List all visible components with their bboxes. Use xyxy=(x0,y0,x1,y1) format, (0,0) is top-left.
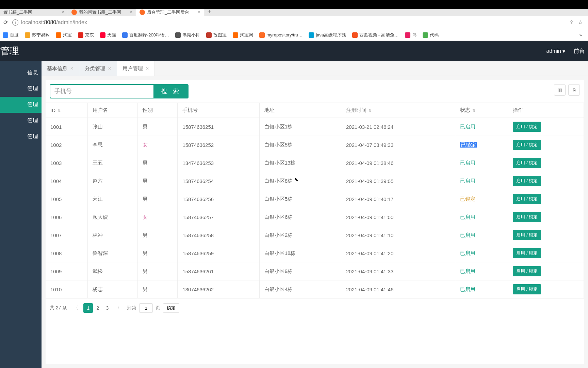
bookmark-item[interactable]: 苏宁易购 xyxy=(25,32,50,38)
toggle-lock-button[interactable]: 启用 / 锁定 xyxy=(513,122,541,132)
bookmark-icon xyxy=(25,32,30,38)
cell: 13074636262 xyxy=(178,280,259,298)
bookmark-item[interactable]: 改图宝 xyxy=(206,32,227,38)
toggle-lock-button[interactable]: 启用 / 锁定 xyxy=(513,230,541,240)
pager-page[interactable]: 3 xyxy=(102,303,112,313)
cell: 男 xyxy=(137,190,177,208)
bookmark-item[interactable]: 西瓜视频 - 高清免… xyxy=(352,32,399,38)
reload-icon[interactable]: ⟳ xyxy=(2,19,9,26)
cell: 白银小区6栋 xyxy=(259,208,341,226)
cell: 武松 xyxy=(87,262,137,280)
search-input[interactable] xyxy=(50,84,153,98)
bookmark-item[interactable]: 淘宝网 xyxy=(233,32,253,38)
sidebar-item[interactable]: 信息 xyxy=(0,65,42,81)
new-tab-button[interactable]: + xyxy=(204,9,214,16)
col-header[interactable]: 注册时间 ⇅ xyxy=(341,103,455,118)
content-tab[interactable]: 用户管理✕ xyxy=(117,61,155,76)
close-icon[interactable]: × xyxy=(62,10,64,15)
close-icon[interactable]: ✕ xyxy=(108,66,111,71)
close-icon[interactable]: × xyxy=(130,10,132,15)
pager-page[interactable]: 2 xyxy=(93,303,102,313)
toggle-lock-button[interactable]: 启用 / 锁定 xyxy=(513,140,541,150)
table-row: 1003王五男13474636253白银小区13栋2021-04-09 01:3… xyxy=(46,154,584,172)
sort-icon[interactable]: ⇅ xyxy=(369,108,372,112)
pager-confirm-button[interactable]: 确定 xyxy=(163,303,179,313)
bookmark-item[interactable]: 鸟 xyxy=(405,32,416,38)
bookmark-item[interactable]: 天猫 xyxy=(100,32,116,38)
bookmark-item[interactable]: 百度翻译-200种语… xyxy=(122,32,169,38)
col-header[interactable]: ID ⇅ xyxy=(46,103,87,118)
sort-icon[interactable]: ⇅ xyxy=(472,108,475,112)
sidebar-item[interactable]: 管理 xyxy=(0,113,42,129)
col-header[interactable]: 地址 xyxy=(259,103,341,118)
site-info-icon[interactable]: i xyxy=(12,19,18,26)
toggle-lock-button[interactable]: 启用 / 锁定 xyxy=(513,158,541,168)
cell: 男 xyxy=(137,154,177,172)
sidebar-item[interactable]: 管理 xyxy=(0,129,42,145)
col-header[interactable]: 用户名 xyxy=(87,103,137,118)
url-display[interactable]: localhost:8080/admin/index xyxy=(21,19,87,26)
star-icon[interactable]: ☆ xyxy=(578,19,583,26)
browser-tab-2[interactable]: 后台管理_二手网后台× xyxy=(136,9,204,16)
sidebar-item[interactable]: 管理 xyxy=(0,97,42,113)
cell: 1008 xyxy=(46,244,87,262)
toggle-lock-button[interactable]: 启用 / 锁定 xyxy=(513,248,541,258)
share-icon[interactable]: ⇪ xyxy=(569,19,574,26)
content-tab[interactable]: 分类管理✕ xyxy=(79,61,117,76)
col-header[interactable]: 手机号 xyxy=(178,103,259,118)
toggle-lock-button[interactable]: 启用 / 锁定 xyxy=(513,176,541,186)
frontend-link[interactable]: 前台 xyxy=(574,48,585,55)
table-row: 1006顾大嫂女15874636257白银小区6栋2021-04-09 01:4… xyxy=(46,208,584,226)
col-header[interactable]: 性别 xyxy=(137,103,177,118)
toggle-lock-button[interactable]: 启用 / 锁定 xyxy=(513,284,541,294)
tab-title: 置书籍_二手网 xyxy=(3,9,32,15)
status-cell: 已启用 xyxy=(455,262,508,280)
bookmark-item[interactable]: 京东 xyxy=(78,32,94,38)
cell: 白银小区5栋 xyxy=(259,190,341,208)
cell: 白银小区13栋 xyxy=(259,154,341,172)
bookmark-item[interactable]: 百度 xyxy=(3,32,19,38)
pager-prev[interactable]: 〈 xyxy=(71,303,81,313)
toggle-lock-button[interactable]: 启用 / 锁定 xyxy=(513,266,541,276)
columns-tool-icon[interactable]: ▥ xyxy=(554,84,566,96)
close-icon[interactable]: ✕ xyxy=(146,66,149,71)
close-icon[interactable]: ✕ xyxy=(70,66,74,71)
pager-page[interactable]: 1 xyxy=(83,303,93,313)
bookmark-item[interactable]: 洪湖小肖 xyxy=(175,32,200,38)
op-cell: 启用 / 锁定 xyxy=(508,172,584,190)
export-tool-icon[interactable]: ⎘ xyxy=(568,84,580,96)
table-row: 1007林冲男15874636258白银小区2栋2021-04-09 01:41… xyxy=(46,226,584,244)
address-bar: ⟳ i localhost:8080/admin/index ⇪ ☆ xyxy=(0,16,588,29)
pager-next[interactable]: 〉 xyxy=(115,303,124,313)
content-tabs: 基本信息✕分类管理✕用户管理✕ xyxy=(42,61,588,76)
col-header[interactable]: 操作 xyxy=(508,103,584,118)
cell: 白银小区5栋 xyxy=(259,136,341,154)
cell: 白银小区1栋 xyxy=(259,118,341,136)
bookmark-item[interactable]: 代码 xyxy=(423,32,439,38)
content-area: 基本信息✕分类管理✕用户管理✕ 搜 索 ▥ ⎘ ID ⇅用户名性别手机号地址注册… xyxy=(42,61,588,368)
toggle-lock-button[interactable]: 启用 / 锁定 xyxy=(513,194,541,204)
favicon-icon xyxy=(140,10,145,15)
cell: 杨志 xyxy=(87,280,137,298)
bookmark-item[interactable]: 淘宝 xyxy=(56,32,72,38)
bookmark-item[interactable]: myrepository/tru… xyxy=(259,32,303,38)
op-cell: 启用 / 锁定 xyxy=(508,136,584,154)
search-button[interactable]: 搜 索 xyxy=(153,84,189,98)
cell: 15874636257 xyxy=(178,208,259,226)
toggle-lock-button[interactable]: 启用 / 锁定 xyxy=(513,212,541,222)
content-tab[interactable]: 基本信息✕ xyxy=(42,61,79,76)
close-icon[interactable]: × xyxy=(198,10,200,15)
cell: 1004 xyxy=(46,172,87,190)
bookmark-item[interactable]: java高级程序猿 xyxy=(309,32,346,38)
user-menu[interactable]: admin▾ xyxy=(546,48,565,55)
tab-title: 我的闲置书籍_二手网 xyxy=(79,9,121,15)
cell: 李思 xyxy=(87,136,137,154)
browser-tab-0[interactable]: 置书籍_二手网× xyxy=(0,9,68,16)
col-header[interactable]: 状态 ⇅ xyxy=(455,103,508,118)
pager-goto-input[interactable] xyxy=(139,303,153,313)
bookmarks-more-icon[interactable]: » xyxy=(579,32,585,37)
sort-icon[interactable]: ⇅ xyxy=(58,109,61,113)
cell: 1005 xyxy=(46,190,87,208)
browser-tab-1[interactable]: 我的闲置书籍_二手网× xyxy=(68,9,136,16)
sidebar-item[interactable]: 管理 xyxy=(0,81,42,97)
